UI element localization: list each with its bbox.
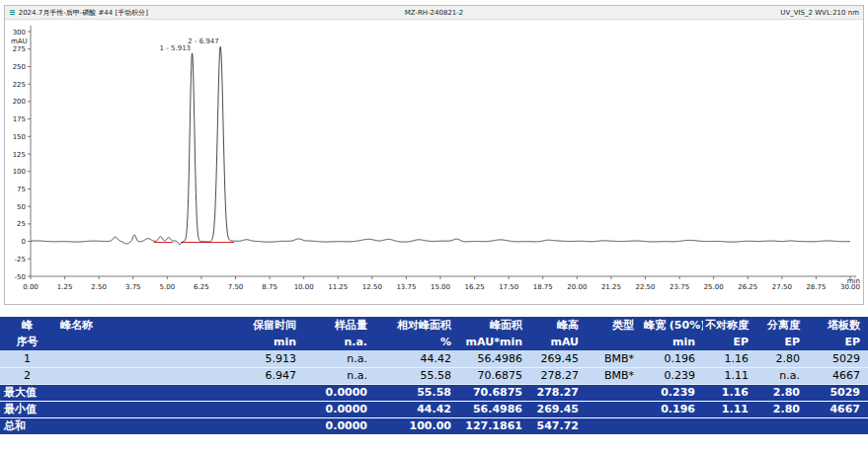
column-header [587,334,642,350]
cell [207,401,304,417]
cell: 70.6875 [459,367,530,384]
column-header: mAU*min [459,334,530,350]
cell: 1.11 [703,401,756,417]
cell: 2 [0,367,54,384]
x-tick-label: 28.75 [806,283,826,291]
y-tick-label: 275 [13,45,26,53]
cell: 0.0000 [304,384,375,401]
x-tick-label: 5.00 [160,283,176,291]
x-tick-label: 16.25 [465,283,485,291]
cell [587,384,642,401]
x-tick-label: 0.00 [23,283,39,291]
column-header: 峰名称 [54,317,207,334]
column-header: min [207,334,304,350]
column-header: 峰 [0,317,54,334]
x-tick-label: 6.25 [194,283,209,291]
peak-label: 1 - 5.913 [160,44,191,52]
cell [54,350,207,367]
cell: 269.45 [530,350,587,367]
cell: 2.80 [756,384,808,401]
results-table: 峰峰名称保留时间样品量相对峰面积峰面积峰高类型峰宽 (50%)不对称度分离度塔板… [0,317,868,435]
summary-label: 最大值 [0,384,54,401]
cell: n.a. [756,367,808,384]
y-tick-label: 225 [13,81,26,89]
cell: 5029 [808,350,868,367]
cell: 269.45 [530,401,587,417]
column-header: 序号 [0,334,54,350]
y-tick-label: 25 [17,220,26,228]
cell: 1.16 [703,384,756,401]
y-tick-label: 150 [13,133,26,141]
column-header: % [375,334,459,350]
injection-title: 2024.7月手性-后甲-磷酸 #44 [手动积分] [19,8,148,18]
peak-row[interactable]: 26.947n.a.55.5870.6875278.27BMB*0.2391.1… [0,367,868,384]
cell: 6.947 [207,367,304,384]
column-header: mAU [530,334,587,350]
cell [808,417,868,434]
y-tick-label: 50 [17,203,26,211]
cell: 55.58 [375,384,459,401]
cell [756,417,808,434]
column-header [54,334,207,350]
cell [54,367,207,384]
y-tick-label: 200 [13,98,26,106]
column-header: 样品量 [304,317,375,334]
cell [54,401,207,417]
y-tick-label: 125 [13,151,26,159]
cell: 1.11 [703,367,756,384]
x-axis-unit: min [847,277,860,285]
column-header: EP [703,334,756,350]
cell: 4667 [808,367,868,384]
summary-label: 总和 [0,417,54,434]
y-tick-label: 250 [13,63,26,71]
cell: 56.4986 [459,350,530,367]
cell: 1.16 [703,350,756,367]
summary-row: 总和0.0000100.00127.1861547.72 [0,417,868,434]
cell: 44.42 [375,350,459,367]
x-tick-label: 11.25 [328,283,348,291]
signal-trace [31,46,850,244]
cell [587,417,642,434]
cell: 547.72 [530,417,587,434]
chromatogram-header: ≡ 2024.7月手性-后甲-磷酸 #44 [手动积分] MZ-RH-24082… [5,6,863,20]
chromatogram-panel: ≡ 2024.7月手性-后甲-磷酸 #44 [手动积分] MZ-RH-24082… [4,5,864,305]
column-header: n.a. [304,334,375,350]
cell [207,384,304,401]
cell: 127.1861 [459,417,530,434]
column-header: 相对峰面积 [375,317,459,334]
x-tick-label: 17.50 [499,283,518,291]
x-tick-label: 20.00 [567,283,587,291]
cell: 0.196 [642,401,703,417]
summary-label: 最小值 [0,401,54,417]
cell: 2.80 [756,350,808,367]
cell: 100.00 [375,417,459,434]
cell: n.a. [304,367,375,384]
summary-row: 最小值0.000044.4256.4986269.450.1961.112.80… [0,401,868,417]
y-tick-label: 100 [13,168,26,176]
y-tick-label: 75 [17,186,26,193]
cell [587,401,642,417]
detector-channel-label: UV_VIS_2 WVL:210 nm [780,9,859,17]
cell: 70.6875 [459,384,530,401]
column-header: 峰面积 [459,317,530,334]
cell: 5.913 [207,350,304,367]
cell: BMB* [587,367,642,384]
cell: 278.27 [530,367,587,384]
y-tick-label: 175 [13,115,26,123]
x-tick-label: 13.75 [396,283,416,291]
column-header: 峰高 [530,317,587,334]
y-tick-label: 0 [22,238,26,246]
column-header: EP [808,334,868,350]
column-header: 峰宽 (50%) [642,317,703,334]
peak-row[interactable]: 15.913n.a.44.4256.4986269.45BMB*0.1961.1… [0,350,868,367]
column-header: 分离度 [756,317,808,334]
chromatogram-plot[interactable]: -50-250255075100125150175200225250275300… [5,20,863,304]
cell [642,417,703,434]
x-tick-label: 8.75 [262,283,277,291]
x-tick-label: 3.75 [125,283,141,291]
cell: 44.42 [375,401,459,417]
cell: 1 [0,350,54,367]
y-tick-label: -25 [15,256,26,264]
cell [207,417,304,434]
cell: 56.4986 [459,401,530,417]
